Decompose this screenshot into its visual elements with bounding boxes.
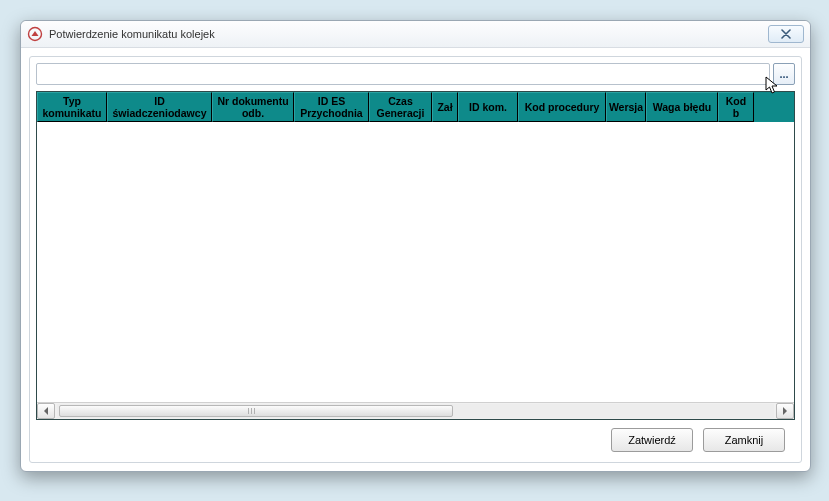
column-header[interactable]: ID świadczeniodawcy <box>107 92 212 122</box>
dialog-button-row: Zatwierdź Zamknij <box>36 420 795 456</box>
column-header[interactable]: Nr dokumentu odb. <box>212 92 294 122</box>
workarea: ... Typ komunikatuID świadczeniodawcyNr … <box>29 56 802 463</box>
horizontal-scrollbar[interactable] <box>37 402 794 419</box>
filter-row: ... <box>36 63 795 85</box>
column-header[interactable]: ID kom. <box>458 92 518 122</box>
column-header[interactable]: Waga błędu <box>646 92 718 122</box>
dialog-window: Potwierdzenie komunikatu kolejek ... Typ… <box>20 20 811 472</box>
scroll-right-button[interactable] <box>776 403 794 419</box>
titlebar: Potwierdzenie komunikatu kolejek <box>21 21 810 48</box>
scroll-track[interactable] <box>57 404 774 418</box>
grid-body <box>37 122 794 402</box>
column-header[interactable]: Kod procedury <box>518 92 606 122</box>
column-header[interactable]: ID ES Przychodnia <box>294 92 369 122</box>
window-controls <box>768 25 804 43</box>
confirm-button[interactable]: Zatwierdź <box>611 428 693 452</box>
filter-input[interactable] <box>36 63 770 85</box>
scroll-thumb[interactable] <box>59 405 453 417</box>
scroll-left-button[interactable] <box>37 403 55 419</box>
close-button[interactable]: Zamknij <box>703 428 785 452</box>
column-header[interactable]: Wersja <box>606 92 646 122</box>
column-header[interactable]: Typ komunikatu <box>37 92 107 122</box>
data-grid: Typ komunikatuID świadczeniodawcyNr doku… <box>36 91 795 420</box>
app-icon <box>27 26 43 42</box>
browse-button[interactable]: ... <box>773 63 795 85</box>
column-header[interactable]: Kod b <box>718 92 754 122</box>
grid-header-row: Typ komunikatuID świadczeniodawcyNr doku… <box>37 92 794 122</box>
column-header[interactable]: Zał <box>432 92 458 122</box>
window-title: Potwierdzenie komunikatu kolejek <box>49 28 215 40</box>
close-window-button[interactable] <box>768 25 804 43</box>
column-header[interactable]: Czas Generacji <box>369 92 432 122</box>
